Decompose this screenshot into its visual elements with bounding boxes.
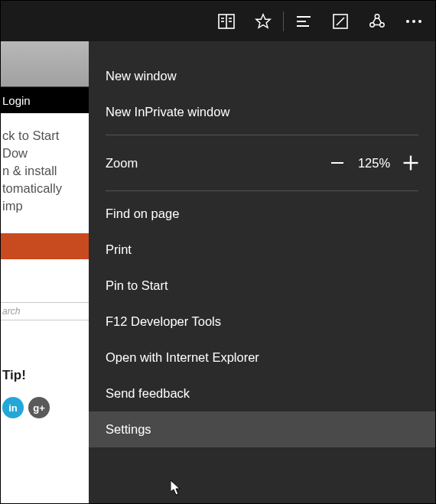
tip-heading: Tip! [1,368,89,383]
menu-feedback[interactable]: Send feedback [89,376,435,411]
googleplus-icon[interactable]: g+ [28,397,50,418]
toolbar-separator [283,11,284,31]
page-content: Login ck to Start Dow n & install tomati… [1,41,89,503]
svg-marker-6 [256,14,270,27]
login-label: Login [2,94,31,107]
linkedin-icon[interactable]: in [2,397,24,418]
zoom-out-button[interactable] [320,149,354,177]
svg-point-15 [412,20,415,23]
menu-print[interactable]: Print [89,232,435,268]
menu-open-ie[interactable]: Open with Internet Explorer [89,340,435,376]
more-menu: New window New InPrivate window Zoom 125… [89,41,435,503]
share-icon[interactable] [359,1,395,41]
browser-toolbar [1,1,435,41]
social-icons: in g+ [1,397,89,418]
search-input[interactable]: arch [1,302,89,320]
favorite-star-icon[interactable] [245,1,281,41]
menu-find[interactable]: Find on page [89,196,435,232]
menu-settings[interactable]: Settings [89,411,435,447]
login-bar[interactable]: Login [1,87,89,113]
menu-label: New InPrivate window [106,105,229,119]
menu-label: Pin to Start [106,278,168,293]
menu-label: Send feedback [106,386,190,401]
download-button-fragment[interactable] [1,233,89,259]
menu-pin[interactable]: Pin to Start [89,268,435,304]
menu-divider [106,135,418,135]
menu-label: New window [106,69,177,83]
menu-label: Print [106,242,132,257]
menu-divider [106,190,418,191]
menu-label: Settings [106,422,151,437]
svg-point-13 [380,22,385,27]
svg-point-16 [418,20,421,23]
tab-strip [1,41,89,87]
promo-text: ck to Start Dow n & install tomatically … [1,113,89,227]
zoom-value: 125% [354,156,394,171]
menu-new-window[interactable]: New window [89,58,435,94]
web-note-icon[interactable] [322,1,359,41]
menu-devtools[interactable]: F12 Developer Tools [89,304,435,340]
svg-point-14 [406,20,409,23]
reading-list-icon[interactable] [208,1,245,41]
hub-icon[interactable] [285,1,322,41]
menu-new-inprivate[interactable]: New InPrivate window [89,94,435,130]
zoom-label: Zoom [106,156,138,171]
more-icon[interactable] [395,1,432,41]
menu-label: Find on page [106,206,179,221]
menu-label: Open with Internet Explorer [106,350,259,365]
menu-label: F12 Developer Tools [106,314,221,329]
menu-zoom: Zoom 125% [89,140,435,186]
zoom-in-button[interactable] [394,149,428,177]
svg-point-12 [370,22,375,27]
